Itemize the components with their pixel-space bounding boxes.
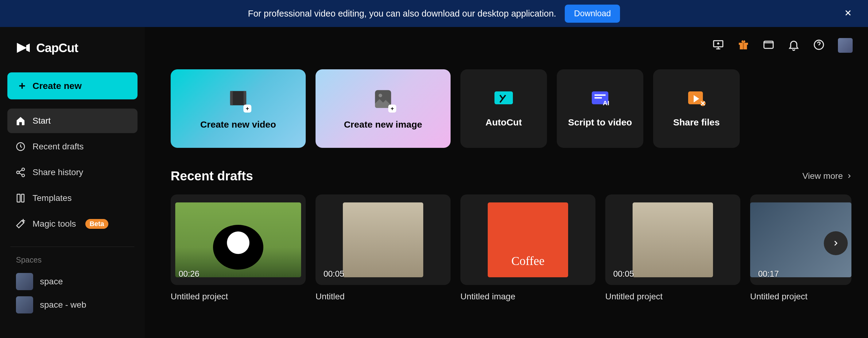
view-more-link[interactable]: View more: [802, 171, 852, 181]
thumbnail-image: [175, 202, 301, 277]
draft-thumbnail: 00:05: [315, 195, 451, 285]
svg-rect-12: [230, 91, 233, 105]
download-button[interactable]: Download: [565, 5, 620, 23]
draft-card[interactable]: 00:05 Untitled project: [605, 195, 740, 302]
script-icon: AI: [589, 90, 611, 108]
header-icons: [712, 38, 852, 53]
tile-script-to-video[interactable]: AI Script to video: [557, 69, 643, 148]
bell-icon[interactable]: [787, 39, 800, 52]
wallet-icon[interactable]: [763, 39, 775, 52]
capcut-logo-icon: [15, 39, 32, 57]
action-tiles: + Create new video + Create new image Au…: [170, 69, 852, 148]
duration-label: 00:26: [179, 269, 199, 279]
nav-label: Start: [33, 116, 51, 126]
nav-label: Templates: [33, 193, 72, 203]
tile-label: Create new image: [344, 119, 422, 130]
sidebar: CapCut Create new Start Recent drafts Sh…: [0, 27, 145, 338]
draft-title: Untitled image: [460, 292, 595, 302]
spaces-heading: Spaces: [7, 256, 137, 264]
tile-label: Create new video: [200, 119, 276, 130]
sidebar-item-magic-tools[interactable]: Magic tools Beta: [7, 212, 137, 236]
image-icon: +: [372, 88, 394, 110]
tile-label: AutoCut: [486, 117, 522, 128]
tile-share-files[interactable]: Share files: [653, 69, 740, 148]
draft-card[interactable]: 00:05 Untitled: [315, 195, 451, 302]
duration-label: 00:05: [323, 269, 344, 279]
create-new-label: Create new: [33, 81, 82, 91]
tile-label: Script to video: [568, 117, 632, 128]
nav-label: Recent drafts: [33, 142, 84, 151]
draft-thumbnail: 00:05: [605, 195, 740, 285]
tile-label: Share files: [673, 117, 720, 128]
nav-label: Share history: [33, 167, 83, 177]
svg-point-2: [17, 171, 19, 174]
sidebar-nav: Start Recent drafts Share history Templa…: [7, 109, 137, 236]
space-item[interactable]: space: [7, 270, 137, 293]
duration-label: 00:17: [758, 269, 779, 279]
brand-logo[interactable]: CapCut: [7, 39, 137, 57]
svg-rect-4: [17, 194, 20, 202]
film-icon: +: [227, 88, 249, 110]
share-icon: [16, 167, 26, 178]
beta-badge: Beta: [85, 219, 108, 229]
draft-card[interactable]: 00:26 Untitled project: [170, 195, 306, 302]
templates-icon: [16, 193, 26, 203]
gift-icon[interactable]: [737, 39, 749, 52]
svg-point-3: [22, 174, 25, 177]
draft-title: Untitled: [315, 292, 451, 302]
draft-title: Untitled project: [605, 292, 740, 302]
svg-rect-5: [22, 194, 24, 202]
chevron-right-icon: [846, 173, 852, 179]
space-label: space: [40, 277, 63, 286]
magic-wand-icon: [16, 219, 26, 229]
tile-create-video[interactable]: + Create new video: [170, 69, 306, 148]
create-new-button[interactable]: Create new: [7, 72, 137, 99]
banner-text: For professional video editing, you can …: [248, 9, 556, 19]
space-thumb: [16, 273, 33, 290]
draft-title: Untitled project: [750, 292, 851, 302]
svg-point-15: [378, 94, 382, 97]
svg-point-1: [22, 168, 25, 171]
scroll-next-button[interactable]: [824, 231, 848, 255]
sidebar-item-templates[interactable]: Templates: [7, 186, 137, 210]
promo-banner: For professional video editing, you can …: [0, 0, 868, 27]
space-item[interactable]: space - web: [7, 293, 137, 316]
close-icon[interactable]: [843, 8, 852, 19]
main: + Create new video + Create new image Au…: [145, 27, 868, 338]
view-more-label: View more: [802, 171, 843, 181]
plus-badge-icon: +: [243, 105, 251, 112]
drafts-row: 00:26 Untitled project 00:05 Untitled Co…: [170, 195, 852, 302]
sidebar-item-share-history[interactable]: Share history: [7, 160, 137, 184]
thumbnail-image: Coffee: [488, 202, 568, 277]
chevron-right-icon: [832, 239, 840, 247]
recent-drafts-heading: Recent drafts: [170, 169, 253, 183]
share-files-icon: [685, 90, 708, 108]
plus-badge-icon: +: [388, 105, 396, 112]
tile-autocut[interactable]: AutoCut: [460, 69, 547, 148]
thumbnail-image: [343, 202, 423, 277]
desktop-download-icon[interactable]: [712, 39, 724, 52]
space-label: space - web: [40, 300, 86, 310]
avatar[interactable]: [838, 38, 852, 53]
nav-label: Magic tools: [33, 219, 76, 229]
sidebar-item-start[interactable]: Start: [7, 109, 137, 133]
svg-rect-9: [743, 43, 744, 49]
svg-rect-13: [244, 91, 246, 105]
home-icon: [16, 115, 26, 126]
draft-thumbnail: Coffee: [460, 195, 595, 285]
help-icon[interactable]: [813, 39, 825, 52]
autocut-icon: [493, 90, 515, 108]
draft-card[interactable]: Coffee Untitled image: [460, 195, 595, 302]
tile-create-image[interactable]: + Create new image: [315, 69, 451, 148]
space-thumb: [16, 296, 33, 313]
clock-icon: [16, 141, 26, 152]
brand-name: CapCut: [36, 41, 78, 55]
plus-icon: [17, 81, 27, 91]
sidebar-item-recent-drafts[interactable]: Recent drafts: [7, 134, 137, 159]
svg-text:AI: AI: [603, 99, 609, 106]
thumbnail-image: [632, 202, 713, 277]
draft-thumbnail: 00:26: [170, 195, 306, 285]
duration-label: 00:05: [613, 269, 634, 279]
draft-title: Untitled project: [170, 292, 306, 302]
